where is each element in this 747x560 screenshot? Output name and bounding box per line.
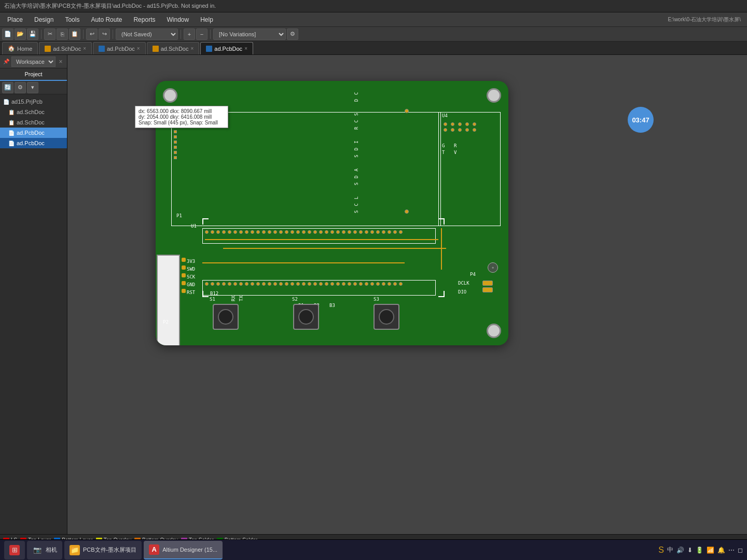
tree-item-0[interactable]: 📄 ad15.PrjPcb bbox=[0, 96, 67, 107]
pad-gnd bbox=[182, 281, 186, 285]
u1-pad-14 bbox=[285, 230, 288, 234]
u1-pad-30 bbox=[376, 230, 380, 234]
toolbar-save[interactable]: 💾 bbox=[27, 29, 38, 40]
tab-pcbdoc2[interactable]: ad.PcbDoc × bbox=[200, 42, 253, 54]
taskbar-start[interactable]: ⊞ bbox=[4, 541, 25, 559]
bracket-tl-v bbox=[202, 218, 203, 225]
sidebar-settings[interactable]: ⚙ bbox=[15, 82, 26, 93]
b12-pad-12 bbox=[273, 282, 277, 286]
tab-home[interactable]: 🏠 Home bbox=[2, 42, 38, 54]
u1-pad-0 bbox=[205, 230, 209, 234]
tray-icon-5[interactable]: 📶 bbox=[707, 547, 714, 554]
b12-pad-22 bbox=[330, 282, 334, 286]
sig-dio: DIO bbox=[458, 289, 466, 295]
taskbar-altium-label: Altium Designer (15... bbox=[162, 547, 217, 553]
u1-pad-27 bbox=[359, 230, 363, 234]
toolbar-paste[interactable]: 📋 bbox=[69, 29, 80, 40]
tab-schdoc1[interactable]: ad.SchDoc × bbox=[39, 42, 92, 54]
b12-pad-29 bbox=[370, 282, 374, 286]
taskbar-camera[interactable]: 📷 相机 bbox=[27, 541, 62, 559]
p2-label: P2 bbox=[163, 319, 169, 325]
u4-pad-9 bbox=[465, 128, 469, 132]
menu-help[interactable]: Help bbox=[195, 15, 218, 25]
menu-reports[interactable]: Reports bbox=[128, 15, 160, 25]
tree-item-4[interactable]: 📄 ad.PcbDoc bbox=[0, 138, 67, 148]
toolbar-settings[interactable]: ⚙ bbox=[287, 29, 298, 40]
tab-pcbdoc2-close[interactable]: × bbox=[244, 46, 247, 51]
menu-window[interactable]: Window bbox=[161, 15, 194, 25]
u1-pad-3 bbox=[222, 230, 226, 234]
tooltip-line1: dx: 6563.000 dkx: 8090.667 mill bbox=[139, 108, 225, 114]
toolbar-zoom-in[interactable]: + bbox=[184, 29, 195, 40]
toolbar-undo[interactable]: ↩ bbox=[86, 29, 98, 40]
u4-pad-7 bbox=[451, 128, 454, 132]
bracket-br-v bbox=[444, 291, 445, 297]
toolbar-zoom-out[interactable]: − bbox=[196, 29, 208, 40]
taskbar-camera-icon: 📷 bbox=[32, 545, 43, 555]
u4-pad-4 bbox=[465, 122, 469, 126]
u1-pad-34 bbox=[399, 230, 403, 234]
tab-schdoc2-close[interactable]: × bbox=[190, 46, 193, 51]
sig-b3: B3 bbox=[329, 303, 335, 308]
sidebar-tab-project[interactable]: Project bbox=[0, 68, 67, 81]
tab-pcbdoc1[interactable]: ad.PcbDoc × bbox=[93, 42, 146, 54]
menu-auto-route[interactable]: Auto Route bbox=[86, 15, 127, 25]
variations-dropdown[interactable]: [No Variations] bbox=[213, 29, 286, 40]
sidebar-toggle[interactable]: ▾ bbox=[27, 82, 38, 93]
tray-icon-1[interactable]: 中 bbox=[667, 545, 673, 554]
p1-pad-3 bbox=[174, 135, 177, 138]
canvas-area[interactable]: dx: 6563.000 dkx: 8090.667 mill dy: 2054… bbox=[67, 55, 747, 534]
tree-item-2[interactable]: 📋 ad.SchDoc bbox=[0, 117, 67, 128]
title-text: 石油大学培训\墨水屏\PCB文件-墨水屏项目\ad.PcbDoc - ad15.… bbox=[4, 2, 216, 10]
taskbar-start-icon: ⊞ bbox=[9, 545, 20, 555]
u4-pad-8 bbox=[458, 128, 462, 132]
taskbar-pcb-folder-label: PCB文件-墨水屏项目 bbox=[83, 546, 136, 554]
tab-pcbdoc1-close[interactable]: × bbox=[137, 46, 140, 51]
track-h1 bbox=[205, 239, 438, 240]
tray-icon-8[interactable]: ◻ bbox=[738, 547, 743, 554]
p1-pad-2 bbox=[174, 130, 177, 133]
menu-tools[interactable]: Tools bbox=[60, 15, 85, 25]
toolbar-new[interactable]: 📄 bbox=[2, 29, 13, 40]
tab-schdoc2[interactable]: ad.SchDoc × bbox=[147, 42, 200, 54]
sep4 bbox=[181, 30, 181, 39]
sidebar-close-button[interactable]: × bbox=[58, 58, 64, 65]
toolbar-open[interactable]: 📂 bbox=[15, 29, 26, 40]
toolbar-copy[interactable]: ⎘ bbox=[57, 29, 68, 40]
b12-pad-24 bbox=[342, 282, 345, 286]
b12-pad-6 bbox=[239, 282, 243, 286]
tree-item-3[interactable]: 📄 ad.PcbDoc bbox=[0, 128, 67, 138]
sig-rst: RST bbox=[187, 290, 195, 295]
taskbar-altium[interactable]: A Altium Designer (15... bbox=[144, 541, 223, 559]
tree-item-1[interactable]: 📋 ad.SchDoc bbox=[0, 107, 67, 117]
tray-icon-7[interactable]: ⋯ bbox=[728, 547, 735, 554]
tree-icon-3: 📄 bbox=[8, 130, 15, 136]
save-status-dropdown[interactable]: (Not Saved) bbox=[116, 29, 178, 40]
tab-bar: 🏠 Home ad.SchDoc × ad.PcbDoc × ad.SchDoc… bbox=[0, 41, 747, 55]
tray-icon-2[interactable]: 🔊 bbox=[676, 547, 684, 554]
u1-pad-32 bbox=[388, 230, 391, 234]
sep3 bbox=[113, 30, 113, 39]
menu-design[interactable]: Design bbox=[29, 15, 59, 25]
toolbar-cut[interactable]: ✂ bbox=[44, 29, 56, 40]
b12-pad-26 bbox=[353, 282, 357, 286]
p4-pads bbox=[482, 281, 493, 292]
u4-t-label: T bbox=[442, 150, 445, 155]
u1-pad-25 bbox=[348, 230, 351, 234]
tab-schdoc1-close[interactable]: × bbox=[83, 46, 86, 51]
sidebar-pin-button[interactable]: 📌 bbox=[3, 58, 9, 65]
toolbar-redo[interactable]: ↪ bbox=[99, 29, 110, 40]
taskbar: ⊞ 📷 相机 📁 PCB文件-墨水屏项目 A Altium Designer (… bbox=[0, 539, 747, 560]
menu-place[interactable]: Place bbox=[2, 15, 28, 25]
system-tray: S 中 🔊 ⬇ 🔋 📶 🔔 ⋯ ◻ bbox=[658, 545, 743, 555]
taskbar-pcb-folder[interactable]: 📁 PCB文件-墨水屏项目 bbox=[64, 541, 142, 559]
sidebar-refresh[interactable]: 🔄 bbox=[2, 82, 13, 93]
sig-swd: SWD bbox=[187, 267, 195, 272]
tray-icon-6[interactable]: 🔔 bbox=[717, 547, 725, 554]
workspace-dropdown[interactable]: Workspace bbox=[11, 57, 56, 67]
u1-pad-1 bbox=[211, 230, 214, 234]
tray-icon-3[interactable]: ⬇ bbox=[687, 547, 693, 554]
p1-outline bbox=[171, 112, 441, 226]
tray-icon-4[interactable]: 🔋 bbox=[696, 547, 703, 554]
b12-pad-17 bbox=[302, 282, 306, 286]
